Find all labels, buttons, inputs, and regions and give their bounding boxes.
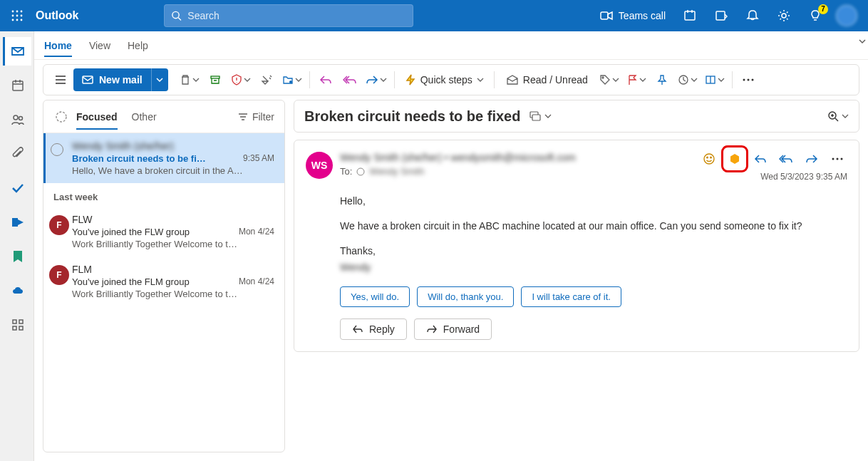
suggested-reply-2[interactable]: Will do, thank you.	[417, 286, 514, 307]
svg-rect-11	[601, 12, 608, 19]
tab-view[interactable]: View	[89, 34, 110, 57]
toggle-folder-pane-button[interactable]	[49, 68, 72, 91]
account-button[interactable]	[831, 0, 862, 31]
suggested-reply-3[interactable]: I will take care of it.	[521, 286, 621, 307]
message-row[interactable]: F FLW You've joined the FLW group Mon 4/…	[43, 207, 284, 257]
teams-call-button[interactable]: Teams call	[591, 0, 674, 31]
reply-icon	[754, 154, 767, 164]
tab-help[interactable]: Help	[128, 34, 148, 57]
svg-point-33	[289, 81, 292, 83]
settings-button[interactable]	[768, 0, 800, 31]
rail-mail-button[interactable]	[3, 37, 31, 66]
search-box[interactable]	[164, 4, 413, 27]
rail-todo-button[interactable]	[3, 174, 31, 202]
message-row[interactable]: F FLM You've joined the FLM group Mon 4/…	[43, 257, 284, 306]
tips-button[interactable]: 7	[800, 0, 831, 31]
rail-onedrive-button[interactable]	[3, 276, 31, 305]
chevron-down-icon	[842, 113, 849, 120]
rail-bookings-button[interactable]	[3, 242, 31, 271]
body-greeting: Hello,	[340, 194, 847, 209]
search-input[interactable]	[187, 10, 406, 21]
svg-point-8	[21, 19, 23, 21]
tab-other[interactable]: Other	[132, 104, 157, 130]
snooze-button[interactable]	[675, 68, 701, 91]
msg-reply-all-button[interactable]	[776, 149, 796, 169]
report-button[interactable]	[228, 68, 254, 91]
quick-steps-button[interactable]: Quick steps	[399, 68, 490, 91]
message-time: 9:35 AM	[243, 153, 274, 164]
delete-button[interactable]	[177, 68, 202, 91]
shield-warning-icon	[231, 74, 242, 86]
suggested-reply-1[interactable]: Yes, will do.	[340, 286, 410, 307]
attachment-icon	[11, 147, 25, 161]
reply-all-button[interactable]	[339, 68, 361, 91]
rail-people-button[interactable]	[3, 105, 31, 134]
chevron-down-icon	[612, 76, 619, 83]
select-row-checkbox[interactable]	[51, 143, 63, 156]
reply-action-button[interactable]: Reply	[340, 318, 407, 340]
svg-point-22	[14, 115, 18, 120]
msg-forward-button[interactable]	[802, 149, 822, 169]
read-unread-button[interactable]: Read / Unread	[499, 68, 595, 91]
reply-icon	[319, 75, 332, 85]
new-mail-label: New mail	[99, 74, 143, 86]
reply-action-label: Reply	[369, 323, 395, 335]
tag-button[interactable]	[596, 68, 622, 91]
reaction-smiley-button[interactable]	[699, 149, 719, 169]
tag-icon	[599, 74, 611, 86]
filter-icon	[238, 113, 248, 121]
forward-action-button[interactable]: Forward	[414, 318, 492, 340]
message-row[interactable]: Wendy Smith (she/her) Broken circuit nee…	[43, 133, 284, 183]
app-launcher-button[interactable]	[6, 4, 29, 27]
svg-point-55	[832, 158, 835, 160]
rail-files-button[interactable]	[3, 140, 31, 168]
message-preview: Work Brilliantly Together Welcome to t…	[72, 239, 274, 249]
tab-home[interactable]: Home	[44, 34, 72, 57]
more-horizontal-icon	[743, 78, 754, 81]
chevron-down-icon	[192, 76, 200, 83]
filter-button[interactable]: Filter	[238, 111, 274, 123]
chevron-down-icon[interactable]	[544, 113, 552, 120]
sweep-button[interactable]	[255, 68, 278, 91]
more-horizontal-icon	[832, 157, 843, 160]
new-mail-dropdown[interactable]	[151, 68, 168, 91]
select-all-button[interactable]	[53, 110, 69, 123]
meet-now-button[interactable]	[674, 0, 706, 31]
archive-button[interactable]	[204, 68, 227, 91]
tabs-row: Home View Help	[34, 31, 868, 60]
message-preview: Hello, We have a broken circuit in the A…	[72, 165, 274, 176]
msg-reply-button[interactable]	[750, 149, 770, 169]
rail-calendar-button[interactable]	[3, 71, 31, 100]
svg-rect-24	[13, 320, 16, 323]
read-unread-label: Read / Unread	[523, 74, 588, 86]
svg-point-1	[16, 11, 19, 13]
people-icon	[11, 113, 25, 127]
forward-action-label: Forward	[443, 323, 480, 335]
reply-icon	[352, 325, 363, 333]
msg-more-button[interactable]	[827, 149, 847, 169]
move-to-button[interactable]	[279, 68, 305, 91]
pin-button[interactable]	[651, 68, 673, 91]
conversation-icon[interactable]	[529, 110, 542, 122]
flag-button[interactable]	[624, 68, 649, 91]
to-label: To:	[340, 166, 352, 177]
zoom-button[interactable]	[827, 110, 849, 122]
notifications-button[interactable]	[737, 0, 768, 31]
rail-yammer-button[interactable]	[3, 208, 31, 237]
flag-icon	[626, 74, 638, 86]
rail-more-apps-button[interactable]	[3, 311, 31, 339]
ribbon-more-button[interactable]	[737, 68, 760, 91]
print-button[interactable]	[702, 68, 728, 91]
cloud-icon	[11, 284, 25, 298]
tab-focused[interactable]: Focused	[76, 104, 118, 130]
new-mail-button[interactable]: New mail	[73, 68, 168, 91]
my-day-button[interactable]	[706, 0, 737, 31]
hexagon-icon	[728, 152, 741, 165]
meet-icon	[683, 9, 696, 22]
app-name: Outlook	[36, 9, 78, 22]
svg-point-53	[707, 157, 708, 158]
forward-button[interactable]	[363, 68, 390, 91]
reply-button[interactable]	[314, 68, 337, 91]
collapse-ribbon-button[interactable]	[857, 31, 868, 51]
field-service-app-button[interactable]	[725, 149, 745, 169]
